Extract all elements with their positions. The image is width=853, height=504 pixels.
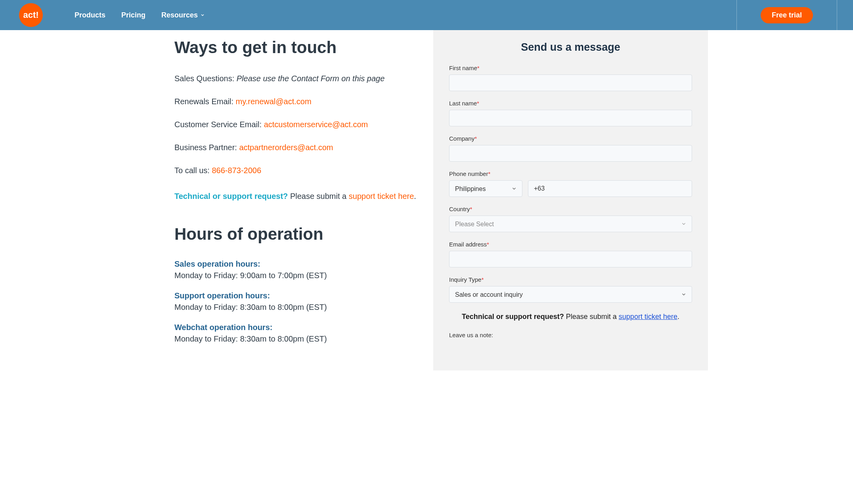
note-text: Please submit a xyxy=(564,313,619,321)
nav-resources[interactable]: Resources xyxy=(161,11,205,19)
phone-field: Phone number* Philippines xyxy=(449,170,692,197)
phone-link[interactable]: 866-873-2006 xyxy=(212,166,261,175)
hours-heading: Webchat operation hours: xyxy=(174,323,417,332)
company-input[interactable] xyxy=(449,145,692,162)
company-field: Company* xyxy=(449,135,692,162)
country-field: Country* Please Select xyxy=(449,206,692,232)
customer-service-line: Customer Service Email: actcustomerservi… xyxy=(174,119,417,130)
leave-note-field: Leave us a note: xyxy=(449,332,692,338)
support-ticket-link-form[interactable]: support ticket here xyxy=(619,313,677,321)
company-label: Company* xyxy=(449,135,692,142)
label: Business Partner: xyxy=(174,143,239,152)
email-input[interactable] xyxy=(449,251,692,267)
logo[interactable]: act! xyxy=(19,3,43,27)
main: Ways to get in touch Sales Questions: Pl… xyxy=(145,30,708,370)
last-name-input[interactable] xyxy=(449,110,692,126)
phone-label: Phone number* xyxy=(449,170,692,177)
nav-pricing[interactable]: Pricing xyxy=(121,11,145,19)
nav-products[interactable]: Products xyxy=(75,11,105,19)
hours-text: Monday to Friday: 8:30am to 8:00pm (EST) xyxy=(174,334,417,344)
customer-service-email-link[interactable]: actcustomerservice@act.com xyxy=(264,120,368,129)
chevron-down-icon xyxy=(200,13,205,17)
period: . xyxy=(414,192,416,200)
divider xyxy=(837,0,837,30)
logo-text: act! xyxy=(23,10,38,20)
phone-number-input[interactable] xyxy=(528,180,692,197)
last-name-label: Last name* xyxy=(449,100,692,107)
ways-title: Ways to get in touch xyxy=(174,38,417,57)
free-trial-button[interactable]: Free trial xyxy=(761,7,813,23)
nav-label: Resources xyxy=(161,11,198,19)
label: Sales Questions: xyxy=(174,74,237,83)
first-name-input[interactable] xyxy=(449,74,692,91)
country-label: Country* xyxy=(449,206,692,212)
label: Renewals Email: xyxy=(174,97,236,106)
business-partner-line: Business Partner: actpartnerorders@act.c… xyxy=(174,142,417,153)
main-nav: Products Pricing Resources xyxy=(75,11,205,19)
call-line: To call us: 866-873-2006 xyxy=(174,165,417,176)
hours-text: Monday to Friday: 9:00am to 7:00pm (EST) xyxy=(174,271,417,280)
business-partner-email-link[interactable]: actpartnerorders@act.com xyxy=(239,143,333,152)
header: act! Products Pricing Resources Free tri… xyxy=(0,0,853,30)
hours-heading: Sales operation hours: xyxy=(174,260,417,269)
inquiry-type-select[interactable]: Sales or account inquiry xyxy=(449,286,692,303)
phone-country-select[interactable]: Philippines xyxy=(449,180,522,197)
contact-form: Send us a message First name* Last name*… xyxy=(433,30,708,370)
nav-label: Pricing xyxy=(121,11,145,19)
hours-title: Hours of operation xyxy=(174,225,417,244)
first-name-label: First name* xyxy=(449,65,692,71)
hours-heading: Support operation hours: xyxy=(174,291,417,300)
support-note: Technical or support request? Please sub… xyxy=(449,311,692,322)
renewals-email-link[interactable]: my.renewal@act.com xyxy=(236,97,312,106)
inquiry-field: Inquiry Type* Sales or account inquiry xyxy=(449,276,692,303)
inquiry-label: Inquiry Type* xyxy=(449,276,692,283)
sales-hours: Sales operation hours: Monday to Friday:… xyxy=(174,260,417,280)
hours-text: Monday to Friday: 8:30am to 8:00pm (EST) xyxy=(174,303,417,312)
email-label: Email address* xyxy=(449,241,692,248)
tech-heading: Technical or support request? xyxy=(174,192,288,200)
label: Customer Service Email: xyxy=(174,120,264,129)
first-name-field: First name* xyxy=(449,65,692,91)
note-bold: Technical or support request? xyxy=(462,313,564,321)
nav-label: Products xyxy=(75,11,105,19)
support-hours: Support operation hours: Monday to Frida… xyxy=(174,291,417,312)
label: To call us: xyxy=(174,166,212,175)
webchat-hours: Webchat operation hours: Monday to Frida… xyxy=(174,323,417,344)
technical-support-line: Technical or support request? Please sub… xyxy=(174,192,417,201)
support-ticket-link[interactable]: support ticket here xyxy=(349,192,414,200)
last-name-field: Last name* xyxy=(449,100,692,126)
left-column: Ways to get in touch Sales Questions: Pl… xyxy=(145,30,433,370)
period: . xyxy=(677,313,679,321)
renewals-line: Renewals Email: my.renewal@act.com xyxy=(174,96,417,107)
leave-note-label: Leave us a note: xyxy=(449,332,692,338)
text: Please submit a xyxy=(288,192,348,200)
email-field: Email address* xyxy=(449,241,692,267)
text: Please use the Contact Form on this page xyxy=(237,74,385,83)
country-select[interactable]: Please Select xyxy=(449,216,692,232)
form-title: Send us a message xyxy=(449,41,692,53)
header-right: Free trial xyxy=(736,0,837,30)
sales-line: Sales Questions: Please use the Contact … xyxy=(174,73,417,84)
